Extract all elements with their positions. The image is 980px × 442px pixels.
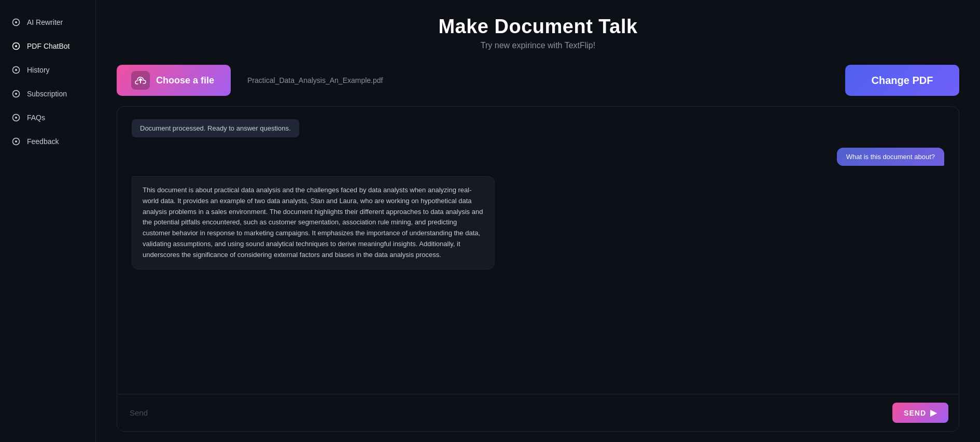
sidebar-item-history-label: History [27, 66, 50, 74]
sidebar-item-subscription[interactable]: Subscription [0, 82, 95, 106]
chat-input[interactable] [128, 404, 886, 421]
send-button[interactable]: SEND ▶ [892, 403, 948, 423]
svg-point-7 [15, 93, 17, 95]
chat-input-area: SEND ▶ [117, 394, 959, 431]
send-label: SEND [904, 409, 926, 417]
choose-file-label: Choose a file [156, 75, 214, 86]
upload-cloud-icon [131, 71, 150, 90]
svg-point-11 [15, 140, 17, 142]
subscription-icon [11, 89, 21, 98]
sidebar-item-pdf-chatbot-label: PDF ChatBot [27, 42, 69, 50]
page-subtitle: Try new expirince with TextFlip! [117, 41, 959, 50]
svg-point-5 [15, 69, 17, 71]
change-pdf-label: Change PDF [872, 75, 933, 86]
page-title: Make Document Talk [117, 16, 959, 38]
main-content: Make Document Talk Try new expirince wit… [96, 0, 980, 442]
sidebar-item-faqs[interactable]: FAQs [0, 106, 95, 130]
sidebar-item-history[interactable]: History [0, 58, 95, 82]
sidebar-item-faqs-label: FAQs [27, 113, 45, 122]
sidebar-item-feedback[interactable]: Feedback [0, 130, 95, 153]
change-pdf-button[interactable]: Change PDF [845, 65, 959, 96]
file-name-display: Practical_Data_Analysis_An_Example.pdf [239, 76, 837, 84]
svg-point-1 [15, 21, 17, 23]
chat-container: Document processed. Ready to answer ques… [117, 106, 959, 432]
sidebar-item-subscription-label: Subscription [27, 90, 67, 98]
file-upload-bar: Choose a file Practical_Data_Analysis_An… [117, 65, 959, 96]
feedback-icon [11, 137, 21, 146]
system-message: Document processed. Ready to answer ques… [132, 119, 299, 137]
user-message: What is this document about? [837, 148, 944, 166]
svg-point-3 [15, 45, 17, 47]
svg-point-9 [15, 117, 17, 119]
sidebar-item-ai-rewriter-label: AI Rewriter [27, 18, 63, 26]
ai-rewriter-icon [11, 18, 21, 27]
history-icon [11, 65, 21, 75]
pdf-chatbot-icon [11, 41, 21, 51]
sidebar-item-feedback-label: Feedback [27, 137, 59, 146]
choose-file-button[interactable]: Choose a file [117, 65, 231, 96]
sidebar-item-ai-rewriter[interactable]: AI Rewriter [0, 10, 95, 34]
page-header: Make Document Talk Try new expirince wit… [117, 16, 959, 50]
send-arrow-icon: ▶ [930, 408, 937, 418]
sidebar: AI Rewriter PDF ChatBot History Subscrip… [0, 0, 96, 442]
ai-message: This document is about practical data an… [132, 176, 495, 269]
faqs-icon [11, 113, 21, 122]
chat-messages: Document processed. Ready to answer ques… [117, 107, 959, 394]
sidebar-item-pdf-chatbot[interactable]: PDF ChatBot [0, 34, 95, 58]
